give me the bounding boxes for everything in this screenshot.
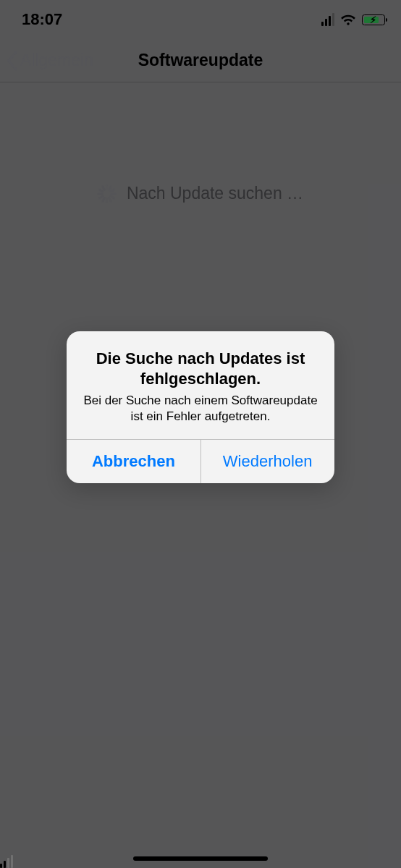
- alert-body: Die Suche nach Updates ist fehlgeschlage…: [67, 331, 334, 439]
- alert-message: Bei der Suche nach einem Softwareupdate …: [81, 393, 320, 425]
- alert-dialog: Die Suche nach Updates ist fehlgeschlage…: [67, 331, 334, 483]
- alert-title: Die Suche nach Updates ist fehlgeschlage…: [81, 349, 320, 388]
- retry-button[interactable]: Wiederholen: [200, 440, 334, 483]
- screen: 18:07 ⚡︎ Allgemein Softwareupdate: [0, 0, 401, 868]
- cancel-button[interactable]: Abbrechen: [67, 440, 200, 483]
- home-indicator[interactable]: [133, 856, 268, 861]
- alert-actions: Abbrechen Wiederholen: [67, 440, 334, 483]
